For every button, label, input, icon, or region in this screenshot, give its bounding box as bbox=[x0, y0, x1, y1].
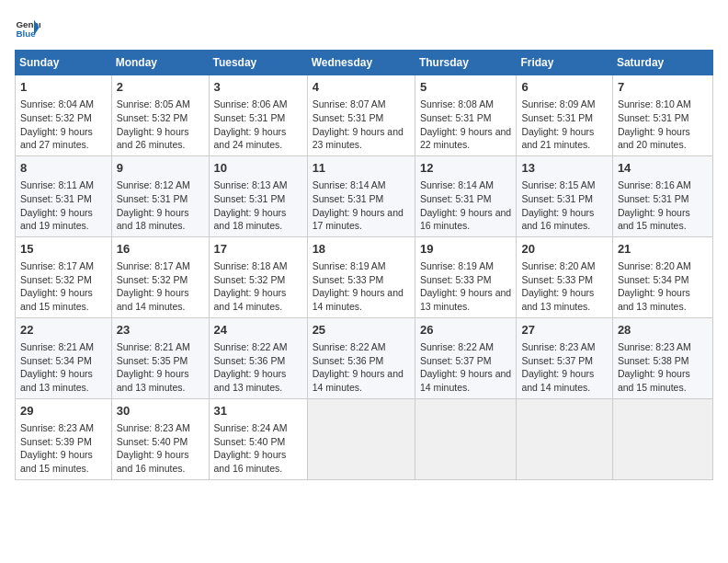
calendar-cell: 19Sunrise: 8:19 AMSunset: 5:33 PMDayligh… bbox=[415, 236, 517, 317]
sunset-text: Sunset: 5:33 PM bbox=[521, 274, 593, 285]
sunrise-text: Sunrise: 8:21 AM bbox=[20, 341, 94, 352]
daylight-text: Daylight: 9 hours and 14 minutes. bbox=[313, 287, 404, 312]
sunset-text: Sunset: 5:32 PM bbox=[20, 112, 92, 123]
sunset-text: Sunset: 5:36 PM bbox=[313, 355, 384, 366]
calendar-cell: 12Sunrise: 8:14 AMSunset: 5:31 PMDayligh… bbox=[415, 155, 517, 236]
day-number: 27 bbox=[521, 322, 607, 339]
day-of-week-header: Wednesday bbox=[307, 51, 415, 75]
sunset-text: Sunset: 5:37 PM bbox=[521, 355, 593, 366]
daylight-text: Daylight: 9 hours and 16 minutes. bbox=[420, 207, 511, 232]
daylight-text: Daylight: 9 hours and 14 minutes. bbox=[214, 287, 287, 312]
sunrise-text: Sunrise: 8:22 AM bbox=[313, 341, 386, 352]
calendar-cell: 23Sunrise: 8:21 AMSunset: 5:35 PMDayligh… bbox=[111, 317, 209, 398]
sunrise-text: Sunrise: 8:20 AM bbox=[521, 260, 595, 271]
calendar-week-row: 22Sunrise: 8:21 AMSunset: 5:34 PMDayligh… bbox=[16, 317, 713, 398]
calendar-cell: 8Sunrise: 8:11 AMSunset: 5:31 PMDaylight… bbox=[16, 155, 112, 236]
day-number: 26 bbox=[420, 322, 512, 339]
sunrise-text: Sunrise: 8:14 AM bbox=[313, 179, 386, 190]
logo: General Blue bbox=[15, 15, 44, 40]
day-of-week-header: Thursday bbox=[415, 51, 517, 75]
daylight-text: Daylight: 9 hours and 14 minutes. bbox=[313, 368, 404, 393]
daylight-text: Daylight: 9 hours and 13 minutes. bbox=[521, 287, 594, 312]
day-number: 14 bbox=[618, 160, 708, 177]
sunset-text: Sunset: 5:31 PM bbox=[420, 112, 492, 123]
day-number: 5 bbox=[420, 79, 512, 96]
sunset-text: Sunset: 5:31 PM bbox=[214, 193, 286, 204]
calendar-cell bbox=[307, 398, 415, 479]
sunrise-text: Sunrise: 8:12 AM bbox=[117, 179, 190, 190]
daylight-text: Daylight: 9 hours and 21 minutes. bbox=[521, 126, 594, 151]
sunrise-text: Sunrise: 8:08 AM bbox=[420, 98, 494, 109]
sunset-text: Sunset: 5:32 PM bbox=[20, 274, 92, 285]
calendar-cell bbox=[517, 398, 612, 479]
day-number: 8 bbox=[20, 160, 107, 177]
day-number: 23 bbox=[117, 322, 204, 339]
calendar-cell: 2Sunrise: 8:05 AMSunset: 5:32 PMDaylight… bbox=[111, 75, 209, 156]
daylight-text: Daylight: 9 hours and 16 minutes. bbox=[521, 207, 594, 232]
sunrise-text: Sunrise: 8:07 AM bbox=[313, 98, 386, 109]
calendar-cell: 15Sunrise: 8:17 AMSunset: 5:32 PMDayligh… bbox=[16, 236, 112, 317]
day-number: 3 bbox=[214, 79, 302, 96]
day-number: 11 bbox=[313, 160, 410, 177]
sunset-text: Sunset: 5:31 PM bbox=[214, 112, 286, 123]
daylight-text: Daylight: 9 hours and 15 minutes. bbox=[20, 449, 93, 474]
calendar-header: SundayMondayTuesdayWednesdayThursdayFrid… bbox=[16, 51, 713, 75]
sunrise-text: Sunrise: 8:24 AM bbox=[214, 422, 288, 433]
daylight-text: Daylight: 9 hours and 15 minutes. bbox=[20, 287, 93, 312]
sunset-text: Sunset: 5:32 PM bbox=[214, 274, 286, 285]
calendar-cell: 31Sunrise: 8:24 AMSunset: 5:40 PMDayligh… bbox=[209, 398, 307, 479]
calendar-week-row: 15Sunrise: 8:17 AMSunset: 5:32 PMDayligh… bbox=[16, 236, 713, 317]
day-number: 2 bbox=[117, 79, 204, 96]
sunrise-text: Sunrise: 8:20 AM bbox=[618, 260, 691, 271]
sunrise-text: Sunrise: 8:23 AM bbox=[618, 341, 691, 352]
daylight-text: Daylight: 9 hours and 13 minutes. bbox=[20, 368, 93, 393]
sunset-text: Sunset: 5:38 PM bbox=[618, 355, 689, 366]
daylight-text: Daylight: 9 hours and 13 minutes. bbox=[618, 287, 690, 312]
sunset-text: Sunset: 5:31 PM bbox=[420, 193, 492, 204]
calendar-cell: 13Sunrise: 8:15 AMSunset: 5:31 PMDayligh… bbox=[517, 155, 612, 236]
daylight-text: Daylight: 9 hours and 14 minutes. bbox=[521, 368, 594, 393]
sunset-text: Sunset: 5:31 PM bbox=[117, 193, 188, 204]
daylight-text: Daylight: 9 hours and 15 minutes. bbox=[618, 368, 690, 393]
calendar-cell: 1Sunrise: 8:04 AMSunset: 5:32 PMDaylight… bbox=[16, 75, 112, 156]
day-number: 25 bbox=[313, 322, 410, 339]
daylight-text: Daylight: 9 hours and 23 minutes. bbox=[313, 126, 404, 151]
day-of-week-header: Friday bbox=[517, 51, 612, 75]
calendar-cell: 5Sunrise: 8:08 AMSunset: 5:31 PMDaylight… bbox=[415, 75, 517, 156]
sunrise-text: Sunrise: 8:23 AM bbox=[117, 422, 190, 433]
sunrise-text: Sunrise: 8:21 AM bbox=[117, 341, 190, 352]
sunset-text: Sunset: 5:37 PM bbox=[420, 355, 492, 366]
sunrise-text: Sunrise: 8:13 AM bbox=[214, 179, 288, 190]
daylight-text: Daylight: 9 hours and 19 minutes. bbox=[20, 207, 93, 232]
day-number: 18 bbox=[313, 241, 410, 258]
calendar-cell: 11Sunrise: 8:14 AMSunset: 5:31 PMDayligh… bbox=[307, 155, 415, 236]
header: General Blue bbox=[15, 15, 713, 40]
sunset-text: Sunset: 5:33 PM bbox=[420, 274, 492, 285]
sunrise-text: Sunrise: 8:19 AM bbox=[420, 260, 494, 271]
sunset-text: Sunset: 5:36 PM bbox=[214, 355, 286, 366]
day-number: 24 bbox=[214, 322, 302, 339]
day-number: 1 bbox=[20, 79, 107, 96]
header-row: SundayMondayTuesdayWednesdayThursdayFrid… bbox=[16, 51, 713, 75]
calendar-cell: 21Sunrise: 8:20 AMSunset: 5:34 PMDayligh… bbox=[612, 236, 712, 317]
day-number: 16 bbox=[117, 241, 204, 258]
day-number: 31 bbox=[214, 403, 302, 419]
calendar-cell: 25Sunrise: 8:22 AMSunset: 5:36 PMDayligh… bbox=[307, 317, 415, 398]
sunrise-text: Sunrise: 8:17 AM bbox=[117, 260, 190, 271]
calendar-cell: 20Sunrise: 8:20 AMSunset: 5:33 PMDayligh… bbox=[517, 236, 612, 317]
calendar-cell: 29Sunrise: 8:23 AMSunset: 5:39 PMDayligh… bbox=[16, 398, 112, 479]
calendar-cell: 18Sunrise: 8:19 AMSunset: 5:33 PMDayligh… bbox=[307, 236, 415, 317]
calendar-cell: 28Sunrise: 8:23 AMSunset: 5:38 PMDayligh… bbox=[612, 317, 712, 398]
calendar-cell: 6Sunrise: 8:09 AMSunset: 5:31 PMDaylight… bbox=[517, 75, 612, 156]
calendar-cell: 24Sunrise: 8:22 AMSunset: 5:36 PMDayligh… bbox=[209, 317, 307, 398]
daylight-text: Daylight: 9 hours and 17 minutes. bbox=[313, 207, 404, 232]
calendar-week-row: 1Sunrise: 8:04 AMSunset: 5:32 PMDaylight… bbox=[16, 75, 713, 156]
sunrise-text: Sunrise: 8:04 AM bbox=[20, 98, 94, 109]
day-of-week-header: Sunday bbox=[16, 51, 112, 75]
day-number: 4 bbox=[313, 79, 410, 96]
day-of-week-header: Tuesday bbox=[209, 51, 307, 75]
calendar-table: SundayMondayTuesdayWednesdayThursdayFrid… bbox=[15, 50, 713, 480]
daylight-text: Daylight: 9 hours and 16 minutes. bbox=[117, 449, 189, 474]
sunset-text: Sunset: 5:31 PM bbox=[618, 112, 689, 123]
daylight-text: Daylight: 9 hours and 18 minutes. bbox=[214, 207, 287, 232]
